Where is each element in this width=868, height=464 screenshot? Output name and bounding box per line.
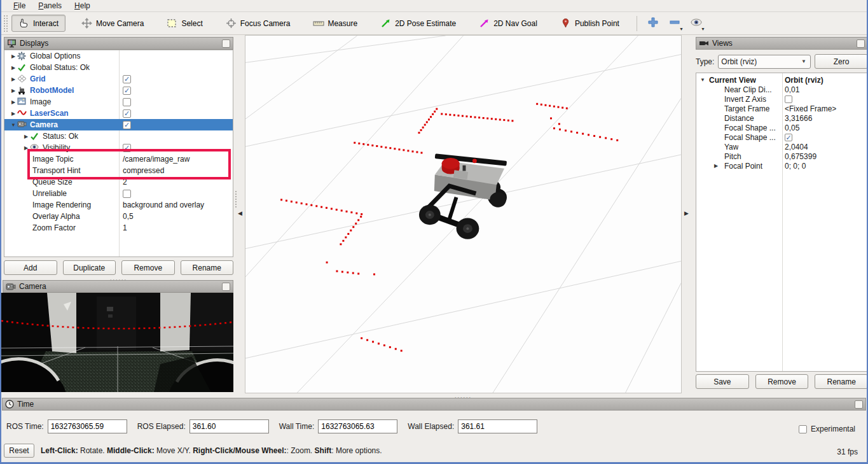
row-value[interactable]: 2: [123, 178, 127, 186]
row-value[interactable]: <Fixed Frame>: [785, 104, 836, 113]
expand-down-icon[interactable]: ▼: [700, 77, 705, 83]
remove-display-button[interactable]: Remove: [121, 260, 175, 275]
view-row-yaw[interactable]: Yaw2,0404: [696, 142, 867, 151]
wall-time-input[interactable]: [318, 419, 397, 433]
row-value[interactable]: 1: [123, 223, 127, 232]
display-row-camera[interactable]: ▼Camera✓: [4, 119, 233, 130]
display-row-global-status-ok[interactable]: ▶Global Status: Ok: [4, 62, 233, 73]
time-float-button[interactable]: [855, 400, 863, 409]
views-float-button[interactable]: [857, 39, 865, 48]
expand-down-icon[interactable]: ▼: [10, 122, 17, 128]
toolbar-drag-handle[interactable]: [4, 15, 8, 32]
row-value[interactable]: 0,01: [785, 85, 799, 94]
displays-float-button[interactable]: [222, 39, 230, 48]
expand-right-icon[interactable]: ▶: [10, 99, 17, 105]
view-row-focal-shape[interactable]: Focal Shape ...✓: [696, 132, 867, 142]
save-view-button[interactable]: Save: [696, 374, 749, 389]
display-row-laserscan[interactable]: ▶LaserScan✓: [4, 108, 233, 119]
display-row-unreliable[interactable]: Unreliable: [4, 188, 233, 199]
display-row-transport-hint[interactable]: Transport Hintcompressed: [4, 165, 233, 176]
collapse-left-arrow-icon[interactable]: ◀: [238, 210, 242, 216]
tool-2d-pose-estimate[interactable]: 2D Pose Estimate: [373, 15, 463, 32]
tool-move-camera[interactable]: Move Camera: [74, 15, 151, 32]
tool-visibility-eye-button[interactable]: ▼: [687, 16, 706, 31]
display-row-zoom-factor[interactable]: Zoom Factor1: [4, 222, 233, 234]
remove-view-button[interactable]: Remove: [755, 374, 809, 389]
row-checkbox[interactable]: ✓: [123, 121, 131, 129]
reset-button[interactable]: Reset: [4, 444, 34, 458]
expand-right-icon[interactable]: ▶: [10, 53, 17, 59]
menu-item-panels[interactable]: Panels: [32, 1, 67, 11]
tool-focus-camera[interactable]: Focus Camera: [219, 15, 298, 32]
display-row-robotmodel[interactable]: ▶RobotModel✓: [4, 85, 233, 96]
display-row-image[interactable]: ▶Image: [4, 96, 233, 108]
display-row-grid[interactable]: ▶Grid✓: [4, 73, 233, 85]
expand-right-icon[interactable]: ▶: [22, 134, 30, 139]
expand-right-icon[interactable]: ▶: [10, 65, 17, 71]
view-row-pitch[interactable]: Pitch0,675399: [696, 151, 867, 161]
row-checkbox[interactable]: [785, 95, 792, 103]
row-checkbox[interactable]: [123, 190, 131, 198]
row-checkbox[interactable]: ✓: [123, 75, 131, 83]
row-checkbox[interactable]: ✓: [123, 109, 131, 118]
expand-right-icon[interactable]: ▶: [10, 76, 17, 82]
tool-select[interactable]: Select: [160, 15, 209, 32]
view-row-focal-point[interactable]: ▶Focal Point0; 0; 0: [696, 161, 867, 171]
row-value[interactable]: compressed: [123, 166, 164, 175]
duplicate-display-button[interactable]: Duplicate: [63, 260, 116, 275]
add-display-button[interactable]: Add: [4, 260, 57, 275]
row-value[interactable]: Orbit (rviz): [785, 76, 823, 85]
menu-item-help[interactable]: Help: [69, 1, 96, 11]
display-row-overlay-alpha[interactable]: Overlay Alpha0,5: [4, 211, 233, 222]
expand-right-icon[interactable]: ▶: [10, 111, 17, 116]
row-value[interactable]: 2,0404: [785, 143, 808, 151]
wall-elapsed-input[interactable]: [458, 419, 537, 433]
rename-view-button[interactable]: Rename: [815, 374, 868, 389]
row-value[interactable]: /camera/image_raw: [123, 155, 189, 164]
display-row-image-rendering[interactable]: Image Renderingbackground and overlay: [4, 199, 233, 211]
view-row-current-view[interactable]: ▼Current ViewOrbit (rviz): [696, 75, 867, 85]
expand-right-icon[interactable]: ▶: [10, 88, 17, 94]
experimental-checkbox[interactable]: [799, 425, 807, 433]
display-row-visibility[interactable]: ▶Visibility✓: [4, 142, 233, 153]
row-value[interactable]: 0,675399: [785, 152, 816, 161]
views-type-dropdown[interactable]: Orbit (rviz) ▼: [718, 55, 811, 69]
collapse-right-arrow-icon[interactable]: ▶: [684, 210, 689, 216]
menu-item-file[interactable]: File: [8, 1, 31, 11]
display-row-queue-size[interactable]: Queue Size2: [4, 176, 233, 188]
ros-time-input[interactable]: [48, 419, 127, 433]
zero-button[interactable]: Zero: [815, 54, 868, 69]
row-checkbox[interactable]: ✓: [123, 144, 131, 152]
row-checkbox[interactable]: [123, 98, 131, 106]
tool-2d-nav-goal[interactable]: 2D Nav Goal: [472, 15, 544, 32]
row-value[interactable]: 3,31666: [785, 114, 812, 123]
tool-publish-point[interactable]: Publish Point: [553, 15, 626, 32]
expand-right-icon[interactable]: ▶: [714, 163, 718, 169]
row-value[interactable]: 0; 0; 0: [785, 162, 806, 171]
display-row-status-ok[interactable]: ▶Status: Ok: [4, 130, 233, 142]
view-row-invert-z-axis[interactable]: Invert Z Axis: [696, 94, 867, 104]
row-checkbox[interactable]: ✓: [123, 87, 131, 95]
view-row-near-clip-di[interactable]: Near Clip Di...0,01: [696, 85, 867, 94]
left-splitter-grip[interactable]: [235, 191, 237, 207]
row-value[interactable]: background and overlay: [123, 200, 204, 209]
tool-measure[interactable]: Measure: [306, 15, 364, 32]
laser-scan-points: [280, 103, 618, 352]
display-row-global-options[interactable]: ▶Global Options: [4, 50, 233, 62]
row-checkbox[interactable]: ✓: [785, 134, 792, 141]
view-row-focal-shape[interactable]: Focal Shape ...0,05: [696, 123, 867, 132]
render-viewport-3d[interactable]: [245, 35, 682, 393]
view-row-target-frame[interactable]: Target Frame<Fixed Frame>: [696, 104, 867, 113]
experimental-toggle[interactable]: Experimental: [799, 425, 855, 433]
rename-display-button[interactable]: Rename: [181, 260, 234, 275]
tool-interact[interactable]: Interact: [11, 15, 65, 32]
ros-elapsed-input[interactable]: [189, 419, 269, 433]
display-row-image-topic[interactable]: Image Topic/camera/image_raw: [4, 153, 233, 165]
row-value[interactable]: 0,5: [123, 212, 134, 221]
camera-float-button[interactable]: [222, 283, 230, 291]
expand-right-icon[interactable]: ▶: [22, 145, 30, 151]
add-tool-plus-button[interactable]: [644, 16, 663, 31]
view-row-distance[interactable]: Distance3,31666: [696, 113, 867, 123]
row-value[interactable]: 0,05: [785, 123, 799, 132]
remove-tool-minus-button[interactable]: ▼: [665, 16, 684, 31]
